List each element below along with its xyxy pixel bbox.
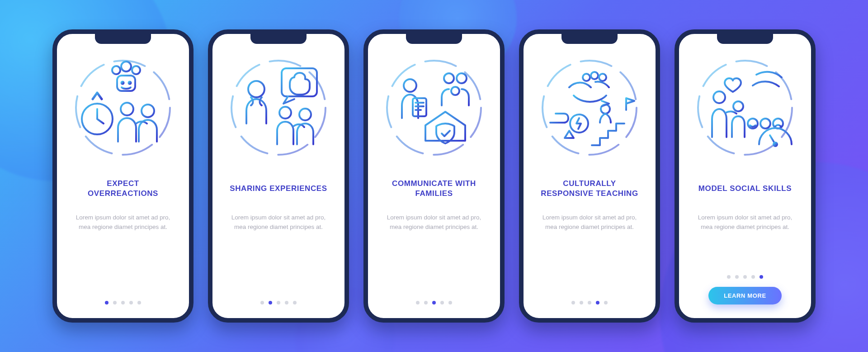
svg-point-5 (112, 66, 120, 74)
dot[interactable] (293, 301, 297, 304)
card-title: COMMUNICATE WITH FAMILIES (380, 172, 488, 205)
svg-point-19 (457, 73, 467, 83)
overreactions-illustration (71, 56, 175, 160)
svg-point-24 (599, 74, 606, 81)
svg-point-33 (774, 143, 777, 146)
dot[interactable] (440, 301, 444, 304)
phone-mockup: SHARING EXPERIENCES Lorem ipsum dolor si… (208, 29, 349, 323)
svg-point-8 (121, 103, 133, 115)
dot[interactable] (448, 301, 452, 304)
svg-point-23 (591, 72, 598, 79)
social-skills-illustration (693, 56, 797, 160)
dot[interactable] (604, 301, 608, 304)
card-title: EXPECT OVERREACTIONS (69, 172, 177, 205)
dot[interactable] (129, 301, 133, 304)
dot[interactable] (432, 301, 436, 304)
phone-mockup: MODEL SOCIAL SKILLS Lorem ipsum dolor si… (675, 29, 816, 323)
pagination-dots (571, 301, 608, 304)
dot[interactable] (105, 301, 108, 304)
communicate-illustration (382, 56, 486, 160)
dot[interactable] (113, 301, 117, 304)
dot[interactable] (424, 301, 428, 304)
svg-point-13 (279, 107, 291, 119)
dot[interactable] (596, 301, 599, 304)
svg-point-32 (773, 119, 783, 128)
svg-point-16 (404, 79, 416, 92)
svg-point-6 (121, 62, 131, 71)
svg-point-7 (132, 66, 140, 74)
dot[interactable] (727, 275, 731, 279)
dot[interactable] (285, 301, 288, 304)
phone-mockup: EXPECT OVERREACTIONS Lorem ipsum dolor s… (52, 29, 193, 323)
sharing-illustration (226, 56, 330, 160)
svg-point-10 (231, 61, 326, 155)
svg-point-22 (583, 74, 590, 81)
dot[interactable] (277, 301, 280, 304)
phone-mockup: CULTURALLY RESPONSIVE TEACHING Lorem ips… (519, 29, 660, 323)
card-body: Lorem ipsum dolor sit amet ad pro, mea r… (380, 213, 488, 232)
svg-point-11 (248, 81, 264, 97)
svg-point-3 (122, 82, 124, 84)
pagination-dots (260, 301, 297, 304)
learn-more-button[interactable]: LEARN MORE (708, 287, 781, 304)
svg-point-4 (129, 82, 131, 84)
card-body: Lorem ipsum dolor sit amet ad pro, mea r… (69, 213, 177, 232)
dot[interactable] (137, 301, 141, 304)
card-title: CULTURALLY RESPONSIVE TEACHING (535, 172, 644, 205)
pagination-dots (105, 301, 141, 304)
svg-point-18 (444, 73, 454, 83)
pagination-dots (727, 275, 763, 279)
onboarding-stage: EXPECT OVERREACTIONS Lorem ipsum dolor s… (0, 0, 868, 352)
card-body: Lorem ipsum dolor sit amet ad pro, mea r… (535, 213, 644, 232)
card-body: Lorem ipsum dolor sit amet ad pro, mea r… (224, 213, 333, 232)
dot[interactable] (260, 301, 264, 304)
phone-notch (717, 33, 773, 44)
phone-notch (95, 33, 151, 44)
card-title: SHARING EXPERIENCES (228, 172, 329, 205)
dot[interactable] (735, 275, 739, 279)
phone-notch (561, 33, 618, 44)
card-body: Lorem ipsum dolor sit amet ad pro, mea r… (691, 213, 799, 232)
dot[interactable] (121, 301, 125, 304)
phone-notch (406, 33, 462, 44)
culturally-illustration (538, 56, 642, 160)
svg-point-20 (451, 87, 459, 95)
pagination-dots (416, 301, 452, 304)
dot[interactable] (269, 301, 272, 304)
dot[interactable] (760, 275, 763, 279)
svg-point-9 (142, 105, 154, 117)
phone-notch (250, 33, 307, 44)
dot[interactable] (751, 275, 755, 279)
dot[interactable] (588, 301, 591, 304)
phone-mockup: COMMUNICATE WITH FAMILIES Lorem ipsum do… (363, 29, 505, 323)
svg-point-14 (299, 109, 311, 120)
dot[interactable] (743, 275, 747, 279)
svg-point-28 (713, 91, 725, 103)
dot[interactable] (416, 301, 420, 304)
svg-point-29 (733, 101, 743, 111)
dot[interactable] (571, 301, 575, 304)
dot[interactable] (580, 301, 583, 304)
card-title: MODEL SOCIAL SKILLS (697, 172, 793, 205)
